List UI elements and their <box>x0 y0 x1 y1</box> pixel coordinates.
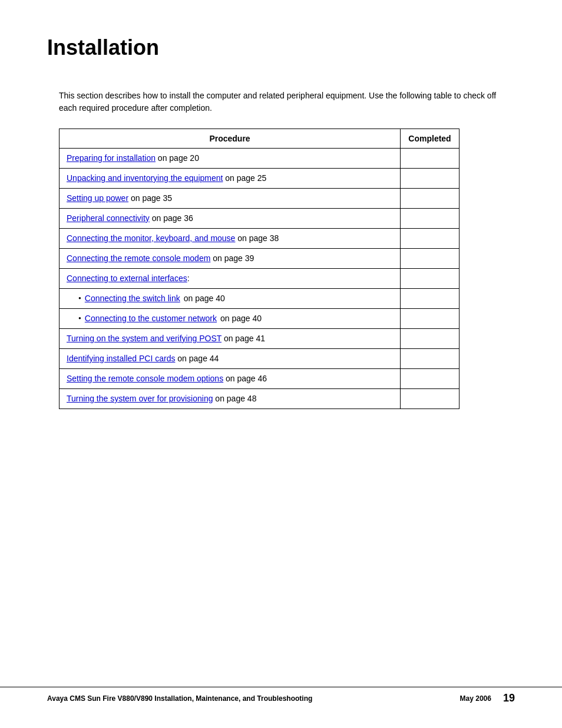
completed-cell <box>401 229 459 249</box>
procedure-cell: Setting the remote console modem options… <box>59 369 401 389</box>
completed-cell <box>401 149 459 169</box>
procedure-link[interactable]: Connecting the monitor, keyboard, and mo… <box>67 233 235 243</box>
procedure-link[interactable]: Connecting to the customer network <box>85 312 217 325</box>
footer-page-number: 19 <box>503 692 515 704</box>
procedure-cell: Connecting the remote console modem on p… <box>59 249 401 269</box>
procedure-cell: Turning the system over for provisioning… <box>59 389 401 409</box>
table-row: Preparing for installation on page 20 <box>59 149 459 169</box>
table-row: Setting up power on page 35 <box>59 189 459 209</box>
bullet-item: ●Connecting the switch link on page 40 <box>78 292 393 305</box>
procedure-suffix: on page 48 <box>213 394 256 403</box>
footer-right: May 2006 19 <box>460 692 515 704</box>
procedure-suffix: on page 35 <box>128 193 172 203</box>
procedure-table: Procedure Completed Preparing for instal… <box>59 129 459 409</box>
procedure-cell: ●Connecting the switch link on page 40 <box>59 289 401 309</box>
procedure-suffix: on page 38 <box>235 233 279 243</box>
table-row: Connecting the monitor, keyboard, and mo… <box>59 229 459 249</box>
intro-paragraph: This section describes how to install th… <box>59 90 515 114</box>
completed-cell <box>401 189 459 209</box>
table-row: ●Connecting the switch link on page 40 <box>59 289 459 309</box>
table-row: Setting the remote console modem options… <box>59 369 459 389</box>
table-row: Turning on the system and verifying POST… <box>59 329 459 349</box>
procedure-suffix: on page 39 <box>210 253 254 263</box>
procedure-link[interactable]: Unpacking and inventorying the equipment <box>67 173 223 183</box>
bullet-item: ●Connecting to the customer network on p… <box>78 312 393 325</box>
footer-date: May 2006 <box>460 694 491 703</box>
procedure-suffix: on page 41 <box>222 334 265 343</box>
footer-title: Avaya CMS Sun Fire V880/V890 Installatio… <box>47 694 312 703</box>
bullet-dot: ● <box>78 315 81 322</box>
table-row: Connecting to external interfaces: <box>59 269 459 289</box>
procedure-cell: Connecting to external interfaces: <box>59 269 401 289</box>
table-row: Connecting the remote console modem on p… <box>59 249 459 269</box>
procedure-link[interactable]: Turning the system over for provisioning <box>67 394 213 403</box>
procedure-link[interactable]: Peripheral connectivity <box>67 213 150 223</box>
procedure-link[interactable]: Preparing for installation <box>67 153 156 163</box>
procedure-suffix: on page 36 <box>150 213 193 223</box>
procedure-link[interactable]: Identifying installed PCI cards <box>67 354 175 363</box>
procedure-link[interactable]: Connecting the switch link <box>85 292 180 305</box>
table-row: Identifying installed PCI cards on page … <box>59 349 459 369</box>
procedure-suffix: on page 44 <box>175 354 219 363</box>
procedure-cell: Connecting the monitor, keyboard, and mo… <box>59 229 401 249</box>
procedure-link[interactable]: Connecting to external interfaces <box>67 274 187 283</box>
procedure-suffix: on page 40 <box>220 312 262 325</box>
completed-cell <box>401 269 459 289</box>
completed-cell <box>401 209 459 229</box>
completed-cell <box>401 349 459 369</box>
page-title: Installation <box>47 35 515 60</box>
completed-cell <box>401 309 459 329</box>
completed-cell <box>401 169 459 189</box>
table-row: Turning the system over for provisioning… <box>59 389 459 409</box>
procedure-suffix: on page 46 <box>223 374 267 383</box>
procedure-cell: Turning on the system and verifying POST… <box>59 329 401 349</box>
procedure-link[interactable]: Setting the remote console modem options <box>67 374 223 383</box>
procedure-suffix: on page 20 <box>156 153 199 163</box>
page-container: Installation This section describes how … <box>0 0 562 728</box>
procedure-cell: Unpacking and inventorying the equipment… <box>59 169 401 189</box>
procedure-cell: Identifying installed PCI cards on page … <box>59 349 401 369</box>
completed-cell <box>401 289 459 309</box>
procedure-cell: ●Connecting to the customer network on p… <box>59 309 401 329</box>
table-header-completed: Completed <box>401 129 459 149</box>
completed-cell <box>401 369 459 389</box>
completed-cell <box>401 329 459 349</box>
procedure-link[interactable]: Connecting the remote console modem <box>67 253 210 263</box>
procedure-cell: Peripheral connectivity on page 36 <box>59 209 401 229</box>
procedure-link[interactable]: Turning on the system and verifying POST <box>67 334 222 343</box>
table-row: Unpacking and inventorying the equipment… <box>59 169 459 189</box>
procedure-cell: Preparing for installation on page 20 <box>59 149 401 169</box>
procedure-suffix: : <box>187 274 190 283</box>
procedure-cell: Setting up power on page 35 <box>59 189 401 209</box>
procedure-suffix: on page 25 <box>223 173 266 183</box>
procedure-suffix: on page 40 <box>184 292 225 305</box>
bullet-dot: ● <box>78 295 81 302</box>
procedure-link[interactable]: Setting up power <box>67 193 128 203</box>
table-row: ●Connecting to the customer network on p… <box>59 309 459 329</box>
page-footer: Avaya CMS Sun Fire V880/V890 Installatio… <box>0 687 562 704</box>
table-row: Peripheral connectivity on page 36 <box>59 209 459 229</box>
completed-cell <box>401 249 459 269</box>
completed-cell <box>401 389 459 409</box>
table-header-procedure: Procedure <box>59 129 401 149</box>
